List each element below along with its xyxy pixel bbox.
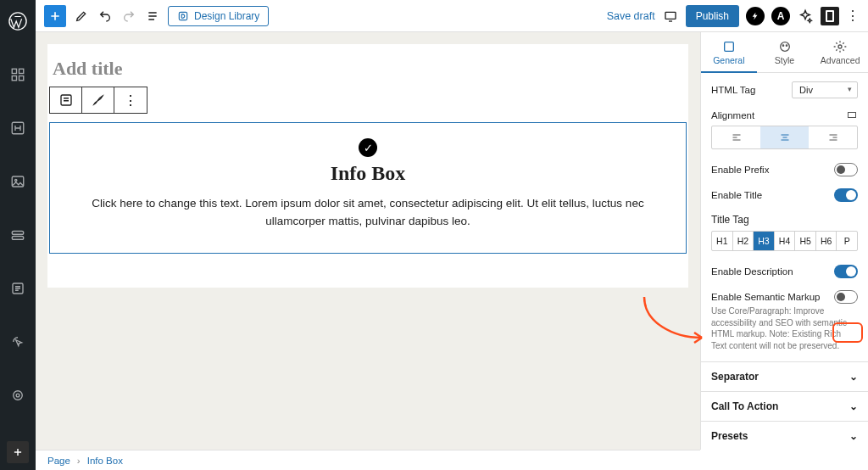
semantic-help-text: Use Core/Paragraph: Improve accessibilit… — [711, 305, 858, 351]
svg-rect-21 — [849, 113, 856, 118]
edit-pencil-icon[interactable] — [73, 8, 90, 25]
svg-point-11 — [14, 391, 23, 400]
block-settings-panel: General Style Advanced HTML Tag Div Alig… — [700, 32, 868, 450]
list-view-icon[interactable] — [144, 8, 161, 25]
svg-point-7 — [15, 179, 17, 181]
html-tag-select[interactable]: Div — [792, 81, 858, 98]
svg-rect-16 — [724, 42, 733, 51]
svg-rect-1 — [12, 69, 16, 73]
chevron-right-icon: › — [77, 456, 81, 466]
wordpress-logo-icon[interactable] — [0, 3, 36, 38]
align-center-button[interactable] — [760, 126, 809, 148]
design-library-label: Design Library — [194, 10, 259, 22]
responsive-icon[interactable] — [846, 110, 858, 120]
html-tag-label: HTML Tag — [711, 85, 755, 95]
svg-rect-14 — [665, 12, 676, 19]
svg-rect-2 — [19, 69, 24, 73]
editor-topbar: Design Library Save draft Publish A ⋮ — [36, 0, 868, 32]
align-left-button[interactable] — [712, 126, 760, 148]
svg-point-18 — [782, 45, 783, 46]
redo-icon[interactable] — [120, 8, 137, 25]
sidebar-toggle-icon[interactable] — [821, 7, 839, 25]
svg-rect-6 — [12, 176, 24, 187]
page-content: Add title ⋮ ✓ Info Box Click here to cha… — [47, 44, 688, 288]
more-options-icon[interactable]: ⋮ — [846, 8, 860, 24]
svg-point-19 — [786, 45, 787, 46]
svg-rect-13 — [179, 12, 186, 20]
wp-admin-sidebar — [0, 0, 36, 470]
panel-tabs: General Style Advanced — [701, 32, 868, 73]
astra-icon[interactable]: A — [771, 7, 790, 25]
breadcrumb-current[interactable]: Info Box — [87, 456, 123, 466]
tab-advanced[interactable]: Advanced — [812, 32, 868, 72]
breadcrumb: Page › Info Box — [36, 450, 700, 470]
title-tag-p[interactable]: P — [837, 232, 857, 250]
title-tag-h5[interactable]: H5 — [795, 232, 816, 250]
heading-block-icon[interactable] — [0, 110, 36, 145]
save-draft-link[interactable]: Save draft — [607, 10, 655, 22]
image-block-icon[interactable] — [0, 164, 36, 199]
button-block-icon[interactable] — [0, 217, 36, 252]
align-right-button[interactable] — [809, 126, 857, 148]
enable-semantic-label: Enable Semantic Markup — [711, 292, 820, 302]
title-tag-h6[interactable]: H6 — [816, 232, 837, 250]
click-icon[interactable] — [0, 325, 36, 360]
preview-device-icon[interactable] — [662, 8, 679, 25]
enable-prefix-toggle[interactable] — [834, 163, 858, 176]
accordion-presets[interactable]: Presets ⌄ — [701, 421, 868, 450]
infobox-block[interactable]: ✓ Info Box Click here to change this tex… — [49, 122, 687, 254]
alignment-buttons — [711, 126, 858, 149]
enable-title-toggle[interactable] — [834, 188, 858, 202]
add-block-button[interactable] — [0, 435, 36, 470]
block-more-icon[interactable]: ⋮ — [114, 87, 147, 113]
enable-description-toggle[interactable] — [834, 265, 858, 278]
paragraph-block-icon[interactable] — [0, 271, 36, 306]
dashboard-icon[interactable] — [0, 57, 36, 92]
title-tag-h2[interactable]: H2 — [733, 232, 754, 250]
enable-semantic-toggle[interactable] — [834, 290, 858, 304]
bolt-icon[interactable] — [746, 7, 765, 25]
editor-canvas: Add title ⋮ ✓ Info Box Click here to cha… — [36, 32, 700, 450]
block-style-icon[interactable] — [82, 87, 114, 113]
title-tag-h1[interactable]: H1 — [712, 232, 733, 250]
chevron-down-icon: ⌄ — [849, 371, 858, 383]
svg-rect-9 — [12, 236, 24, 239]
settings-gear-icon[interactable] — [0, 378, 36, 413]
enable-description-label: Enable Description — [711, 266, 793, 277]
breadcrumb-root[interactable]: Page — [47, 456, 70, 466]
chevron-down-icon: ⌄ — [849, 430, 858, 442]
tab-general[interactable]: General — [701, 32, 757, 72]
chevron-down-icon: ⌄ — [849, 400, 858, 412]
tab-style[interactable]: Style — [757, 32, 813, 72]
alignment-label: Alignment — [711, 110, 754, 120]
svg-rect-3 — [12, 76, 16, 80]
svg-point-17 — [780, 42, 789, 51]
accordion-separator[interactable]: Separator ⌄ — [701, 361, 868, 391]
title-tag-h4[interactable]: H4 — [775, 232, 796, 250]
infobox-body[interactable]: Click here to change this text. Lorem ip… — [80, 195, 656, 231]
infobox-heading[interactable]: Info Box — [67, 162, 669, 185]
publish-button[interactable]: Publish — [686, 5, 739, 27]
svg-point-20 — [838, 45, 842, 48]
accordion-cta[interactable]: Call To Action ⌄ — [701, 391, 868, 421]
enable-title-label: Enable Title — [711, 190, 762, 200]
block-toolbar: ⋮ — [49, 87, 147, 114]
sparkle-icon[interactable] — [797, 8, 814, 25]
svg-rect-15 — [61, 95, 71, 105]
page-title-placeholder[interactable]: Add title — [47, 44, 688, 87]
check-circle-icon: ✓ — [359, 138, 377, 157]
enable-prefix-label: Enable Prefix — [711, 165, 769, 175]
title-tag-h3[interactable]: H3 — [754, 232, 775, 250]
undo-icon[interactable] — [97, 8, 114, 25]
design-library-button[interactable]: Design Library — [168, 6, 269, 26]
svg-rect-8 — [12, 231, 24, 234]
block-type-icon[interactable] — [50, 87, 82, 113]
title-tag-buttons: H1H2H3H4H5H6P — [711, 231, 858, 251]
svg-rect-4 — [19, 76, 24, 80]
title-tag-label: Title Tag — [711, 214, 749, 226]
insert-block-button[interactable] — [44, 5, 66, 27]
svg-point-12 — [16, 394, 19, 397]
